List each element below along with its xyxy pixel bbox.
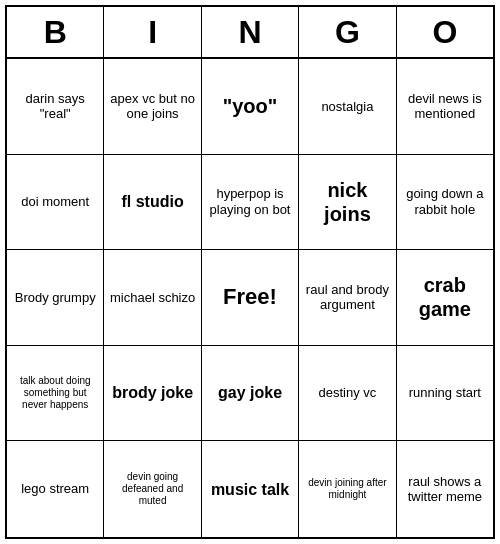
bingo-cell: michael schizo (104, 250, 201, 346)
bingo-cell: going down a rabbit hole (397, 155, 493, 251)
bingo-cell: devin going defeaned and muted (104, 441, 201, 537)
bingo-cell: crab game (397, 250, 493, 346)
bingo-grid: darin says "real"apex vc but no one join… (7, 59, 493, 537)
bingo-cell: "yoo" (202, 59, 299, 155)
header-letter: B (7, 7, 104, 59)
header-letter: N (202, 7, 299, 59)
bingo-cell: hyperpop is playing on bot (202, 155, 299, 251)
header-letter: I (104, 7, 201, 59)
bingo-cell: destiny vc (299, 346, 396, 442)
bingo-cell: devil news is mentioned (397, 59, 493, 155)
header-letter: G (299, 7, 396, 59)
bingo-row: lego streamdevin going defeaned and mute… (7, 441, 493, 537)
bingo-cell: talk about doing something but never hap… (7, 346, 104, 442)
bingo-cell: darin says "real" (7, 59, 104, 155)
bingo-cell: doi moment (7, 155, 104, 251)
bingo-row: doi momentfl studiohyperpop is playing o… (7, 155, 493, 251)
bingo-cell: Free! (202, 250, 299, 346)
bingo-cell: gay joke (202, 346, 299, 442)
bingo-cell: music talk (202, 441, 299, 537)
bingo-cell: raul and brody argument (299, 250, 396, 346)
bingo-cell: nostalgia (299, 59, 396, 155)
bingo-cell: lego stream (7, 441, 104, 537)
bingo-cell: Brody grumpy (7, 250, 104, 346)
bingo-row: Brody grumpymichael schizoFree!raul and … (7, 250, 493, 346)
header-letter: O (397, 7, 493, 59)
bingo-cell: brody joke (104, 346, 201, 442)
bingo-card: BINGO darin says "real"apex vc but no on… (5, 5, 495, 539)
bingo-header: BINGO (7, 7, 493, 59)
bingo-cell: raul shows a twitter meme (397, 441, 493, 537)
bingo-row: talk about doing something but never hap… (7, 346, 493, 442)
bingo-cell: fl studio (104, 155, 201, 251)
bingo-cell: devin joining after midnight (299, 441, 396, 537)
bingo-cell: running start (397, 346, 493, 442)
bingo-cell: apex vc but no one joins (104, 59, 201, 155)
bingo-cell: nick joins (299, 155, 396, 251)
bingo-row: darin says "real"apex vc but no one join… (7, 59, 493, 155)
